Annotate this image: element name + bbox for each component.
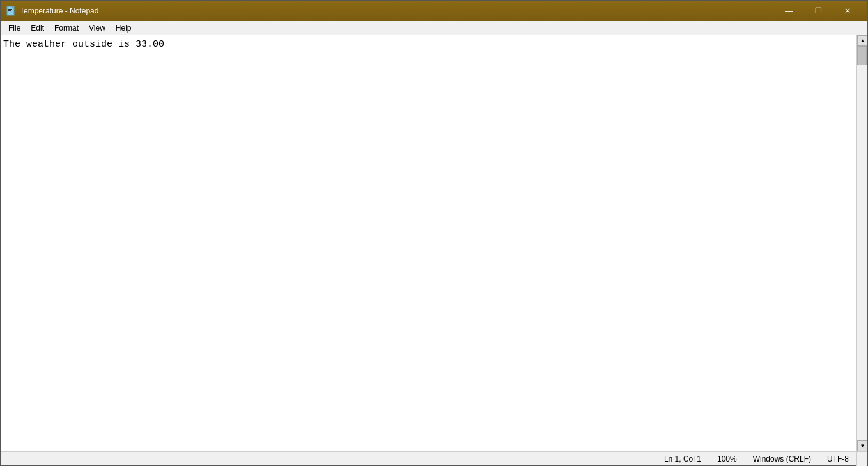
scroll-down-button[interactable]: ▼ xyxy=(857,440,867,451)
scrollbar-corner xyxy=(856,452,867,466)
svg-rect-3 xyxy=(8,10,11,11)
title-bar-left: Temperature - Notepad xyxy=(6,6,98,16)
scroll-up-button[interactable]: ▲ xyxy=(857,35,867,46)
text-editor[interactable]: The weather outside is 33.00 xyxy=(1,35,856,451)
line-ending: Windows (CRLF) xyxy=(745,454,819,463)
window-title: Temperature - Notepad xyxy=(20,6,98,15)
title-bar: Temperature - Notepad — ❐ ✕ xyxy=(1,1,867,21)
menu-edit[interactable]: Edit xyxy=(26,21,49,35)
minimize-button[interactable]: — xyxy=(774,1,803,21)
menu-view[interactable]: View xyxy=(84,21,111,35)
scroll-track[interactable] xyxy=(857,46,867,440)
encoding: UTF-8 xyxy=(819,454,856,463)
notepad-window: Temperature - Notepad — ❐ ✕ File Edit Fo… xyxy=(0,0,868,466)
menu-file[interactable]: File xyxy=(3,21,26,35)
editor-area: The weather outside is 33.00 ▲ ▼ xyxy=(1,35,867,451)
window-controls: — ❐ ✕ xyxy=(774,1,862,21)
notepad-app-icon xyxy=(6,6,16,16)
menu-bar: File Edit Format View Help xyxy=(1,21,867,35)
status-bar: Ln 1, Col 1 100% Windows (CRLF) UTF-8 xyxy=(1,451,867,465)
cursor-position: Ln 1, Col 1 xyxy=(656,454,709,463)
close-button[interactable]: ✕ xyxy=(833,1,862,21)
svg-rect-2 xyxy=(8,9,12,10)
zoom-level: 100% xyxy=(709,454,745,463)
scroll-thumb[interactable] xyxy=(857,46,867,65)
menu-help[interactable]: Help xyxy=(111,21,137,35)
maximize-button[interactable]: ❐ xyxy=(803,1,833,21)
menu-format[interactable]: Format xyxy=(49,21,84,35)
svg-rect-1 xyxy=(8,8,12,8)
status-bar-main: Ln 1, Col 1 100% Windows (CRLF) UTF-8 xyxy=(1,454,856,463)
vertical-scrollbar: ▲ ▼ xyxy=(856,35,867,451)
